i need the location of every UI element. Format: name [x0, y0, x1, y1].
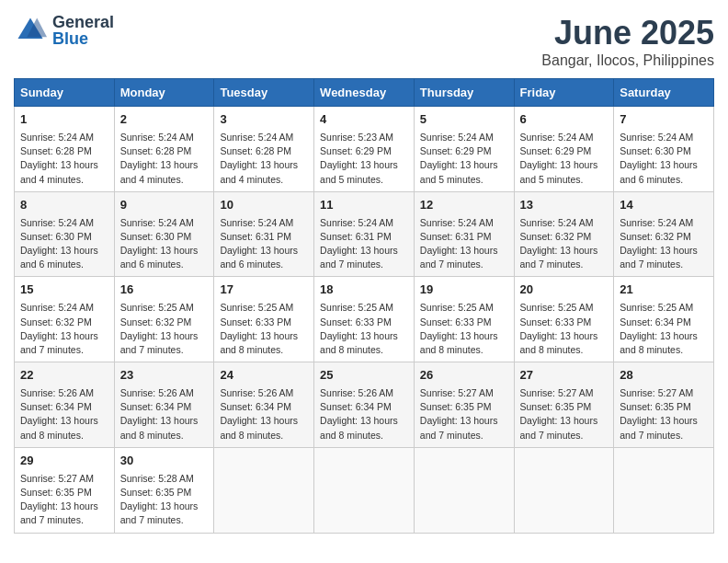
calendar-day-22: 22Sunrise: 5:26 AMSunset: 6:34 PMDayligh…	[15, 362, 115, 448]
day-number: 19	[420, 282, 508, 299]
day-number: 16	[120, 282, 209, 299]
calendar-day-10: 10Sunrise: 5:24 AMSunset: 6:31 PMDayligh…	[214, 191, 314, 277]
day-number: 30	[120, 453, 209, 470]
calendar-day-5: 5Sunrise: 5:24 AMSunset: 6:29 PMDaylight…	[414, 107, 514, 192]
empty-cell	[314, 447, 415, 533]
calendar-week-3: 15Sunrise: 5:24 AMSunset: 6:32 PMDayligh…	[15, 277, 714, 362]
logo-general-text: General	[52, 14, 114, 30]
calendar-week-2: 8Sunrise: 5:24 AMSunset: 6:30 PMDaylight…	[15, 191, 714, 277]
col-sunday: Sunday	[15, 79, 115, 107]
logo-icon	[14, 14, 47, 47]
day-number: 10	[220, 197, 308, 214]
day-number: 8	[20, 197, 108, 214]
col-friday: Friday	[514, 79, 614, 107]
calendar-day-1: 1Sunrise: 5:24 AMSunset: 6:28 PMDaylight…	[15, 107, 115, 192]
calendar-day-26: 26Sunrise: 5:27 AMSunset: 6:35 PMDayligh…	[414, 362, 514, 448]
calendar-day-16: 16Sunrise: 5:25 AMSunset: 6:32 PMDayligh…	[114, 277, 214, 362]
location-title: Bangar, Ilocos, Philippines	[541, 52, 714, 69]
day-number: 15	[20, 282, 108, 299]
day-number: 26	[420, 367, 508, 385]
day-number: 17	[220, 282, 308, 299]
day-number: 20	[520, 282, 609, 299]
calendar-day-28: 28Sunrise: 5:27 AMSunset: 6:35 PMDayligh…	[614, 362, 714, 448]
logo-blue-text: Blue	[52, 30, 114, 47]
calendar-day-8: 8Sunrise: 5:24 AMSunset: 6:30 PMDaylight…	[15, 191, 115, 277]
header: General Blue June 2025 Bangar, Ilocos, P…	[14, 14, 714, 69]
calendar-day-27: 27Sunrise: 5:27 AMSunset: 6:35 PMDayligh…	[514, 362, 614, 448]
col-thursday: Thursday	[414, 79, 514, 107]
col-saturday: Saturday	[614, 79, 714, 107]
col-tuesday: Tuesday	[214, 79, 314, 107]
calendar-day-30: 30Sunrise: 5:28 AMSunset: 6:35 PMDayligh…	[114, 447, 214, 533]
col-monday: Monday	[114, 79, 214, 107]
calendar-day-24: 24Sunrise: 5:26 AMSunset: 6:34 PMDayligh…	[214, 362, 314, 448]
day-number: 23	[120, 367, 209, 385]
calendar-day-2: 2Sunrise: 5:24 AMSunset: 6:28 PMDaylight…	[114, 107, 214, 192]
day-number: 12	[420, 197, 508, 214]
calendar-day-7: 7Sunrise: 5:24 AMSunset: 6:30 PMDaylight…	[614, 107, 714, 192]
day-number: 4	[320, 111, 408, 129]
day-number: 1	[20, 111, 108, 129]
calendar-day-9: 9Sunrise: 5:24 AMSunset: 6:30 PMDaylight…	[114, 191, 214, 277]
day-number: 11	[320, 197, 408, 214]
day-number: 18	[320, 282, 408, 299]
day-number: 6	[520, 111, 609, 129]
calendar-day-14: 14Sunrise: 5:24 AMSunset: 6:32 PMDayligh…	[614, 191, 714, 277]
day-number: 27	[520, 367, 609, 385]
calendar-day-23: 23Sunrise: 5:26 AMSunset: 6:34 PMDayligh…	[114, 362, 214, 448]
calendar-week-5: 29Sunrise: 5:27 AMSunset: 6:35 PMDayligh…	[15, 447, 714, 533]
day-number: 25	[320, 367, 408, 385]
calendar-day-4: 4Sunrise: 5:23 AMSunset: 6:29 PMDaylight…	[314, 107, 415, 192]
calendar-day-19: 19Sunrise: 5:25 AMSunset: 6:33 PMDayligh…	[414, 277, 514, 362]
header-row: Sunday Monday Tuesday Wednesday Thursday…	[15, 79, 714, 107]
calendar-day-29: 29Sunrise: 5:27 AMSunset: 6:35 PMDayligh…	[15, 447, 115, 533]
calendar-day-15: 15Sunrise: 5:24 AMSunset: 6:32 PMDayligh…	[15, 277, 115, 362]
day-number: 22	[20, 367, 108, 385]
day-number: 7	[620, 111, 708, 129]
calendar-day-17: 17Sunrise: 5:25 AMSunset: 6:33 PMDayligh…	[214, 277, 314, 362]
calendar-week-4: 22Sunrise: 5:26 AMSunset: 6:34 PMDayligh…	[15, 362, 714, 448]
day-number: 2	[120, 111, 209, 129]
day-number: 3	[220, 111, 308, 129]
calendar-week-1: 1Sunrise: 5:24 AMSunset: 6:28 PMDaylight…	[15, 107, 714, 192]
calendar-day-11: 11Sunrise: 5:24 AMSunset: 6:31 PMDayligh…	[314, 191, 415, 277]
calendar-day-21: 21Sunrise: 5:25 AMSunset: 6:34 PMDayligh…	[614, 277, 714, 362]
calendar-day-3: 3Sunrise: 5:24 AMSunset: 6:28 PMDaylight…	[214, 107, 314, 192]
empty-cell	[214, 447, 314, 533]
day-number: 21	[620, 282, 708, 299]
col-wednesday: Wednesday	[314, 79, 415, 107]
day-number: 14	[620, 197, 708, 214]
calendar-day-20: 20Sunrise: 5:25 AMSunset: 6:33 PMDayligh…	[514, 277, 614, 362]
empty-cell	[514, 447, 614, 533]
calendar-day-12: 12Sunrise: 5:24 AMSunset: 6:31 PMDayligh…	[414, 191, 514, 277]
empty-cell	[614, 447, 714, 533]
day-number: 28	[620, 367, 708, 385]
day-number: 29	[20, 453, 108, 470]
calendar-table: Sunday Monday Tuesday Wednesday Thursday…	[14, 78, 714, 534]
calendar-day-25: 25Sunrise: 5:26 AMSunset: 6:34 PMDayligh…	[314, 362, 415, 448]
calendar-day-13: 13Sunrise: 5:24 AMSunset: 6:32 PMDayligh…	[514, 191, 614, 277]
title-area: June 2025 Bangar, Ilocos, Philippines	[541, 14, 714, 69]
day-number: 24	[220, 367, 308, 385]
month-title: June 2025	[541, 14, 714, 52]
day-number: 5	[420, 111, 508, 129]
empty-cell	[414, 447, 514, 533]
day-number: 9	[120, 197, 209, 214]
day-number: 13	[520, 197, 609, 214]
logo: General Blue	[14, 14, 114, 47]
calendar-day-18: 18Sunrise: 5:25 AMSunset: 6:33 PMDayligh…	[314, 277, 415, 362]
logo-text: General Blue	[52, 14, 114, 47]
calendar-day-6: 6Sunrise: 5:24 AMSunset: 6:29 PMDaylight…	[514, 107, 614, 192]
